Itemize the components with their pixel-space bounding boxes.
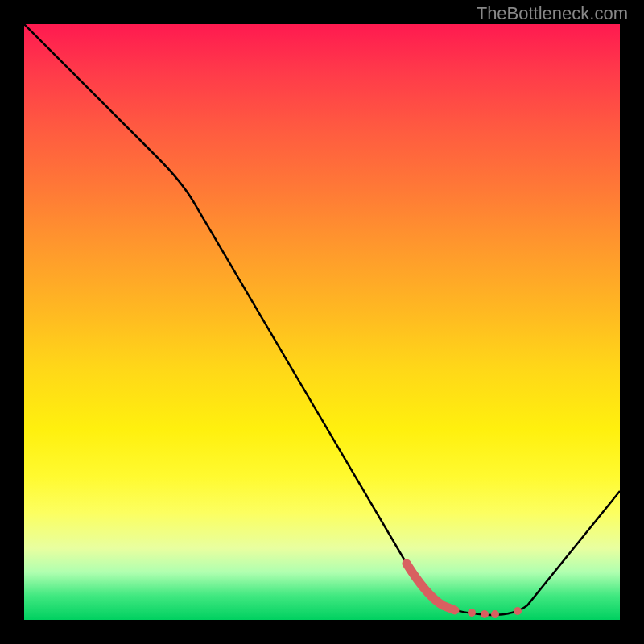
highlight-dot	[481, 610, 489, 618]
watermark-text: TheBottleneck.com	[477, 3, 628, 24]
highlight-dot	[468, 609, 476, 617]
highlight-dot	[514, 607, 522, 615]
main-curve	[24, 24, 620, 615]
plot-area	[24, 24, 620, 620]
chart-svg	[24, 24, 620, 620]
highlight-segment	[407, 564, 455, 610]
highlight-dot	[491, 610, 499, 618]
